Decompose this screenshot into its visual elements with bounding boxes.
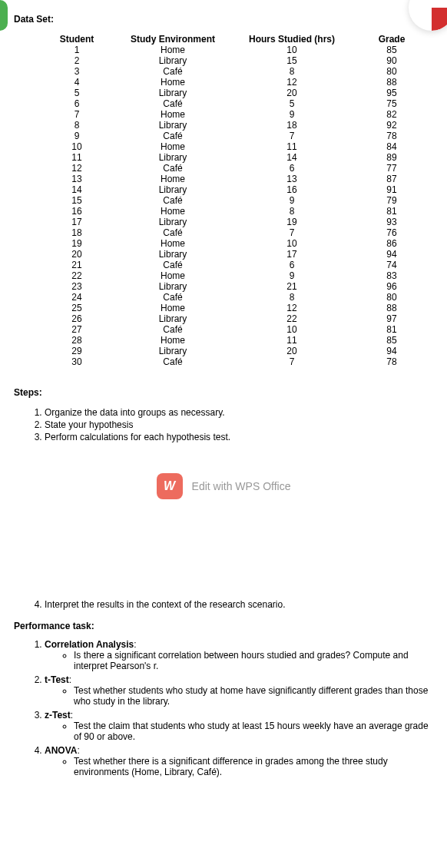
cell-grade: 84 — [353, 141, 430, 152]
cell-grade: 90 — [353, 55, 430, 66]
cell-grade: 85 — [353, 335, 430, 346]
cell-hours: 11 — [230, 141, 353, 152]
table-row: 5Library2095 — [38, 88, 433, 98]
perf-sub-list: Is there a significant correlation betwe… — [74, 650, 433, 671]
cell-student: 23 — [38, 281, 115, 292]
cell-env: Home — [115, 270, 230, 281]
cell-hours: 17 — [230, 249, 353, 260]
perf-item: ANOVA:Test whether there is a significan… — [45, 745, 433, 777]
perf-item: Correlation Analysis:Is there a signific… — [45, 639, 433, 671]
step-item: Organize the data into groups as necessa… — [45, 407, 433, 418]
perf-item-title: t-Test — [45, 674, 69, 685]
cell-student: 18 — [38, 227, 115, 238]
performance-task-heading: Performance task: — [14, 621, 433, 631]
table-row: 17Library1993 — [38, 217, 433, 227]
cell-student: 5 — [38, 88, 115, 98]
table-row: 27Café1081 — [38, 324, 433, 335]
cell-hours: 16 — [230, 184, 353, 195]
cell-grade: 83 — [353, 270, 430, 281]
table-row: 18Café776 — [38, 227, 433, 238]
cell-hours: 20 — [230, 346, 353, 356]
cell-grade: 88 — [353, 303, 430, 313]
cell-student: 15 — [38, 195, 115, 206]
perf-item: z-Test:Test the claim that students who … — [45, 710, 433, 742]
cell-grade: 91 — [353, 184, 430, 195]
cell-hours: 6 — [230, 163, 353, 174]
cell-grade: 92 — [353, 120, 430, 131]
table-row: 8Library1892 — [38, 120, 433, 131]
cell-env: Library — [115, 346, 230, 356]
cell-grade: 86 — [353, 238, 430, 249]
table-row: 3Café880 — [38, 66, 433, 77]
table-row: 9Café778 — [38, 131, 433, 141]
wps-edit-banner[interactable]: W Edit with WPS Office — [14, 473, 433, 499]
cell-student: 12 — [38, 163, 115, 174]
cell-grade: 74 — [353, 260, 430, 270]
perf-item: t-Test:Test whether students who study a… — [45, 674, 433, 707]
wps-logo-icon: W — [157, 473, 183, 499]
corner-badge-icon — [409, 0, 447, 31]
table-row: 19Home1086 — [38, 238, 433, 249]
cell-student: 20 — [38, 249, 115, 260]
header-environment: Study Environment — [115, 34, 230, 45]
table-row: 6Café575 — [38, 98, 433, 109]
cell-student: 19 — [38, 238, 115, 249]
perf-sub-item: Test whether there is a significant diff… — [74, 756, 433, 777]
cell-grade: 94 — [353, 249, 430, 260]
cell-student: 11 — [38, 152, 115, 163]
cell-env: Library — [115, 281, 230, 292]
table-row: 1Home1085 — [38, 45, 433, 55]
cell-env: Library — [115, 55, 230, 66]
cell-hours: 7 — [230, 131, 353, 141]
cell-student: 29 — [38, 346, 115, 356]
step-item: Perform calculations for each hypothesis… — [45, 432, 433, 442]
performance-task-list: Correlation Analysis:Is there a signific… — [45, 639, 433, 777]
table-row: 2Library1590 — [38, 55, 433, 66]
cell-grade: 78 — [353, 356, 430, 367]
table-row: 12Café677 — [38, 163, 433, 174]
cell-env: Café — [115, 324, 230, 335]
cell-env: Home — [115, 45, 230, 55]
cell-hours: 20 — [230, 88, 353, 98]
data-table: Student Study Environment Hours Studied … — [38, 34, 433, 367]
cell-student: 26 — [38, 313, 115, 324]
steps-heading: Steps: — [14, 387, 433, 398]
cell-grade: 93 — [353, 217, 430, 227]
cell-student: 24 — [38, 292, 115, 303]
cell-grade: 75 — [353, 98, 430, 109]
step-item: State your hypothesis — [45, 419, 433, 430]
header-hours: Hours Studied (hrs) — [230, 34, 353, 45]
step-4-item: Interpret the results in the context of … — [45, 599, 433, 610]
cell-hours: 9 — [230, 270, 353, 281]
cell-env: Library — [115, 120, 230, 131]
cell-student: 7 — [38, 109, 115, 120]
cell-env: Café — [115, 66, 230, 77]
cell-hours: 12 — [230, 77, 353, 88]
cell-grade: 81 — [353, 206, 430, 217]
table-row: 26Library2297 — [38, 313, 433, 324]
cell-env: Home — [115, 77, 230, 88]
cell-env: Home — [115, 238, 230, 249]
cell-student: 2 — [38, 55, 115, 66]
table-row: 29Library2094 — [38, 346, 433, 356]
cell-grade: 80 — [353, 66, 430, 77]
cell-grade: 80 — [353, 292, 430, 303]
cell-grade: 85 — [353, 45, 430, 55]
cell-env: Café — [115, 195, 230, 206]
cell-env: Home — [115, 206, 230, 217]
cell-grade: 94 — [353, 346, 430, 356]
cell-student: 17 — [38, 217, 115, 227]
cell-grade: 79 — [353, 195, 430, 206]
cell-env: Café — [115, 292, 230, 303]
cell-env: Home — [115, 335, 230, 346]
cell-grade: 82 — [353, 109, 430, 120]
cell-hours: 10 — [230, 45, 353, 55]
header-grade: Grade — [353, 34, 430, 45]
cell-student: 30 — [38, 356, 115, 367]
cell-grade: 77 — [353, 163, 430, 174]
table-row: 15Café979 — [38, 195, 433, 206]
cell-hours: 7 — [230, 356, 353, 367]
cell-env: Library — [115, 217, 230, 227]
cell-hours: 19 — [230, 217, 353, 227]
cell-student: 6 — [38, 98, 115, 109]
